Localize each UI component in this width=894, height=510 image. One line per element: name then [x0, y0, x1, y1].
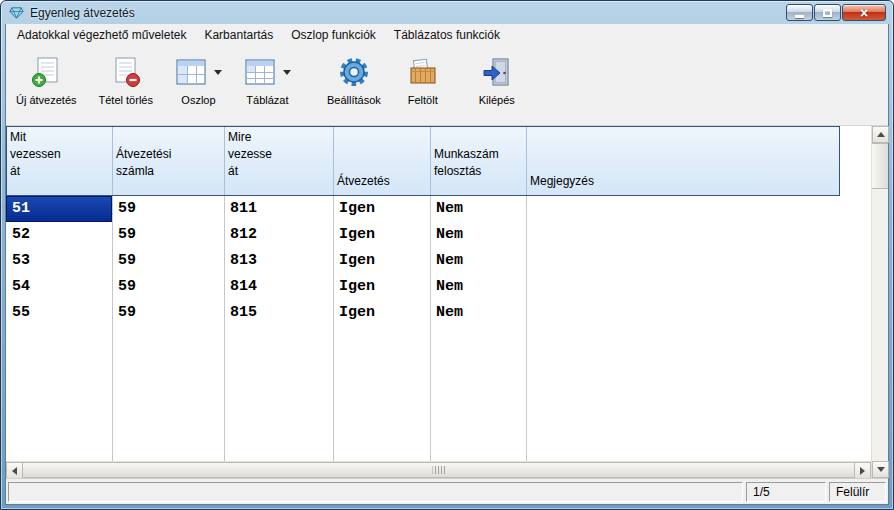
settings-label: Beállítások: [327, 94, 381, 106]
arrow-up-icon: [877, 132, 885, 137]
column-button[interactable]: Oszlop: [169, 50, 228, 106]
table-cell[interactable]: Igen: [333, 274, 430, 300]
table-label: Táblázat: [246, 94, 288, 106]
column-dropdown-arrow-icon[interactable]: [214, 70, 222, 75]
scroll-right-button[interactable]: [854, 462, 871, 479]
table-cell[interactable]: 59: [112, 300, 224, 326]
arrow-down-icon: [877, 467, 885, 472]
column-header-megjegyzes[interactable]: Megjegyzés: [527, 127, 839, 195]
menu-data-operations[interactable]: Adatokkal végezhető műveletek: [8, 25, 195, 45]
window-controls: ×: [786, 4, 886, 21]
column-label: Oszlop: [181, 94, 215, 106]
new-transfer-label: Új átvezetés: [16, 94, 77, 106]
delete-row-label: Tétel törlés: [99, 94, 153, 106]
window-title: Egyenleg átvezetés: [30, 6, 135, 20]
vertical-scrollbar-track[interactable]: [872, 189, 888, 461]
table-cell[interactable]: 813: [224, 248, 333, 274]
app-gem-icon[interactable]: [9, 5, 24, 20]
column-header-atvezetesi-szamla[interactable]: Átvezetési számla: [113, 127, 225, 195]
arrow-right-icon: [860, 467, 865, 475]
table-cell[interactable]: Igen: [333, 222, 430, 248]
app-window: Egyenleg átvezetés × Adatokkal végezhető…: [0, 0, 894, 510]
table-button[interactable]: Táblázat: [238, 50, 297, 106]
table-row: 55 59 815 Igen Nem: [6, 300, 871, 326]
column-header-munkaszam-felosztas[interactable]: Munkaszám felosztás: [431, 127, 527, 195]
vertical-scrollbar[interactable]: [871, 126, 888, 478]
minimize-icon: [795, 15, 804, 18]
settings-button[interactable]: Beállítások: [321, 50, 387, 106]
scroll-down-button[interactable]: [872, 461, 889, 478]
table-cell[interactable]: 59: [112, 274, 224, 300]
new-transfer-button[interactable]: Új átvezetés: [10, 50, 83, 106]
table-cell[interactable]: 59: [112, 196, 224, 222]
table-dropdown-arrow-icon[interactable]: [283, 70, 291, 75]
upload-label: Feltölt: [408, 94, 438, 106]
new-transfer-icon: [30, 56, 62, 88]
exit-button[interactable]: Kilépés: [471, 50, 523, 106]
scroll-up-button[interactable]: [872, 126, 889, 143]
status-message-panel: [8, 482, 743, 502]
table-cell[interactable]: [526, 274, 838, 300]
column-header-mit-vezessen-at[interactable]: Mit vezessen át: [7, 127, 113, 195]
table-cell[interactable]: 54: [6, 274, 112, 300]
client-area: Adatokkal végezhető műveletek Karbantart…: [5, 24, 889, 505]
table-cell[interactable]: [526, 248, 838, 274]
table-cell[interactable]: 52: [6, 222, 112, 248]
close-button[interactable]: ×: [842, 4, 886, 21]
table-cell[interactable]: Nem: [430, 222, 526, 248]
table-cell[interactable]: Igen: [333, 300, 430, 326]
table-cell[interactable]: [526, 300, 838, 326]
maximize-icon: [823, 9, 832, 17]
column-header-atvezetes[interactable]: Átvezetés: [334, 127, 431, 195]
column-header-mire-vezesse-at[interactable]: Mire vezesse át: [225, 127, 334, 195]
column-grid-icon: [175, 57, 207, 87]
table-cell[interactable]: 53: [6, 248, 112, 274]
upload-button[interactable]: Feltölt: [397, 50, 449, 106]
table-row: 54 59 814 Igen Nem: [6, 274, 871, 300]
close-icon: ×: [860, 6, 868, 20]
title-bar: Egyenleg átvezetés ×: [5, 1, 889, 24]
table-cell[interactable]: Igen: [333, 196, 430, 222]
table-cell[interactable]: 59: [112, 222, 224, 248]
grid-body: 51 59 811 Igen Nem 52 59 812 Igen Nem: [6, 196, 871, 461]
table-cell[interactable]: Nem: [430, 274, 526, 300]
grid-header-row: Mit vezessen át Átvezetési számla Mire v…: [6, 126, 871, 196]
table-cell[interactable]: Igen: [333, 248, 430, 274]
arrow-left-icon: [12, 467, 17, 475]
maximize-button[interactable]: [814, 4, 841, 21]
table-row: 52 59 812 Igen Nem: [6, 222, 871, 248]
horizontal-scrollbar[interactable]: [6, 461, 871, 478]
table-cell[interactable]: 812: [224, 222, 333, 248]
delete-row-icon: [110, 56, 142, 88]
table-row: 53 59 813 Igen Nem: [6, 248, 871, 274]
scrollbar-grip-icon: [432, 466, 445, 474]
menu-column-functions[interactable]: Oszlop funkciók: [282, 25, 385, 45]
table-cell[interactable]: 55: [6, 300, 112, 326]
upload-cardfile-icon: [407, 57, 439, 87]
table-cell[interactable]: 59: [112, 248, 224, 274]
exit-label: Kilépés: [479, 94, 515, 106]
delete-row-button[interactable]: Tétel törlés: [93, 50, 159, 106]
table-cell[interactable]: 814: [224, 274, 333, 300]
table-cell[interactable]: [526, 222, 838, 248]
table-cell[interactable]: Nem: [430, 196, 526, 222]
table-cell-selected[interactable]: 51: [6, 196, 112, 222]
menu-maintenance[interactable]: Karbantartás: [195, 25, 282, 45]
table-grid-icon: [244, 57, 276, 87]
table-cell[interactable]: 811: [224, 196, 333, 222]
menu-table-functions[interactable]: Táblázatos funkciók: [385, 25, 509, 45]
table-cell[interactable]: Nem: [430, 248, 526, 274]
minimize-button[interactable]: [786, 4, 813, 21]
table-row: 51 59 811 Igen Nem: [6, 196, 871, 222]
horizontal-scrollbar-thumb[interactable]: [23, 462, 854, 478]
settings-gear-icon: [337, 55, 371, 89]
status-bar: 1/5 Felülír: [6, 478, 888, 504]
table-cell[interactable]: Nem: [430, 300, 526, 326]
scroll-left-button[interactable]: [6, 462, 23, 479]
table-cell[interactable]: [526, 196, 838, 222]
table-cell[interactable]: 815: [224, 300, 333, 326]
vertical-scrollbar-thumb[interactable]: [872, 143, 888, 189]
header-filler: [840, 126, 871, 196]
record-counter-panel: 1/5: [746, 482, 826, 502]
toolbar: Új átvezetés Tétel törlés: [6, 46, 888, 126]
